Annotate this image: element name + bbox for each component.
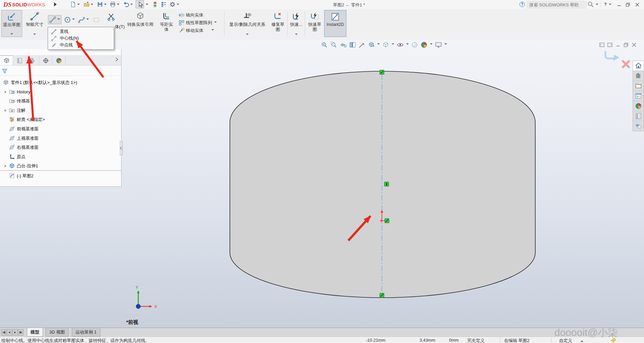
taskpane-appearances-tab[interactable] [633, 101, 644, 111]
tree-item-boss-extrude[interactable]: 凸台-拉伸1 [0, 161, 121, 170]
view-orientation-caret-icon[interactable] [377, 43, 380, 46]
open-file-icon[interactable] [83, 1, 90, 8]
line-tool-caret-icon[interactable] [57, 18, 60, 21]
expand-arrow-icon[interactable] [5, 91, 8, 93]
taskpane-resources-tab[interactable] [633, 71, 644, 81]
hide-show-caret-icon[interactable] [406, 43, 409, 46]
tree-item-annotations[interactable]: 注解 [0, 106, 121, 115]
cancel-sketch-corner-icon[interactable] [622, 60, 630, 69]
help-caret-icon[interactable] [609, 4, 611, 6]
spline-tool-button[interactable] [78, 15, 91, 24]
panel-expand-chevron-icon[interactable] [115, 57, 118, 62]
displaymanager-tab[interactable] [52, 56, 65, 65]
offset-entities-button[interactable]: 等距实体 [157, 10, 176, 37]
section-view-icon[interactable] [349, 41, 356, 48]
tab-scroll-prev-button[interactable] [7, 329, 12, 336]
move-entities-caret-icon[interactable] [211, 29, 214, 32]
undo-icon[interactable] [123, 1, 130, 8]
tree-item-history[interactable]: History [0, 87, 121, 96]
previous-view-icon[interactable] [340, 41, 347, 48]
zoom-fit-icon[interactable] [321, 41, 328, 48]
configurationmanager-tab[interactable] [26, 56, 39, 65]
pane-left-icon[interactable] [599, 43, 604, 47]
taskpane-home-tab[interactable] [633, 61, 644, 71]
view-settings-caret-icon[interactable] [444, 43, 447, 46]
search-caret-icon[interactable] [596, 4, 598, 6]
select-caret-icon[interactable] [146, 4, 148, 6]
pane-right-icon[interactable] [607, 43, 612, 47]
menu-item-centerline[interactable]: 中心线(N) [48, 35, 114, 42]
display-delete-relations-caret-icon[interactable] [246, 34, 249, 36]
menu-item-midpoint-line[interactable]: 中点线 [48, 42, 114, 48]
linear-pattern-caret-icon[interactable] [214, 22, 217, 24]
mirror-entities-button[interactable]: 镜向实体 [179, 12, 223, 18]
tab-scroll-first-button[interactable] [1, 329, 6, 336]
featuremanager-tab[interactable] [0, 55, 13, 65]
print-icon[interactable] [109, 1, 116, 8]
select-tool-button[interactable] [136, 0, 144, 8]
print-caret-icon[interactable] [117, 4, 119, 6]
new-file-icon[interactable] [70, 1, 77, 8]
tree-item-origin[interactable]: 原点 [0, 152, 121, 161]
tab-scroll-last-button[interactable] [18, 329, 23, 336]
model-tab[interactable]: 模型 [27, 328, 43, 337]
smart-dimension-caret-icon[interactable] [33, 34, 36, 36]
tree-item-top-plane[interactable]: 上视基准面 [0, 134, 121, 143]
display-style-icon[interactable] [382, 41, 389, 48]
display-delete-relations-button[interactable]: 显示/删除几何关系 [226, 10, 268, 37]
save-icon[interactable] [97, 1, 103, 8]
apply-scene-caret-icon[interactable] [430, 43, 433, 46]
exit-sketch-corner-icon[interactable] [604, 50, 622, 65]
taskpane-forum-tab[interactable] [633, 121, 644, 131]
3d-views-tab[interactable]: 3D 视图 [46, 328, 68, 337]
trim-entities-icon[interactable] [107, 12, 115, 21]
menu-flyout-icon[interactable] [54, 2, 59, 6]
taskpane-view-palette-tab[interactable] [633, 91, 644, 101]
restore-icon[interactable] [626, 3, 630, 7]
search-icon[interactable] [587, 1, 594, 8]
tree-item-material[interactable]: 材质 <未指定> [0, 115, 121, 124]
zoom-area-icon[interactable] [330, 41, 337, 48]
smart-dimension-button[interactable]: 智能尺寸 [24, 10, 45, 37]
trim-entities-label[interactable]: 体(T) [115, 24, 125, 30]
exit-sketch-caret-icon[interactable] [10, 33, 13, 36]
save-caret-icon[interactable] [104, 4, 107, 6]
doc-minimize-icon[interactable] [615, 43, 621, 47]
taskpane-custom-properties-tab[interactable] [633, 111, 644, 121]
new-file-caret-icon[interactable] [77, 4, 80, 6]
expand-arrow-icon[interactable] [5, 109, 8, 112]
linear-sketch-pattern-button[interactable]: 线性草图阵列 [179, 19, 223, 26]
options-list-icon[interactable] [160, 1, 167, 8]
taskpane-file-explorer-tab[interactable] [633, 81, 644, 91]
exit-sketch-button[interactable]: 退出草图 [1, 10, 22, 37]
rebuild-traffic-light-icon[interactable] [152, 1, 158, 8]
minimize-icon[interactable] [617, 3, 622, 7]
edit-appearance-icon[interactable] [411, 41, 418, 48]
help-menu-label[interactable]: ? [604, 2, 607, 7]
rapid-caret-icon[interactable] [295, 34, 298, 36]
rapid-sketch-button[interactable]: 快速草图 [306, 10, 324, 37]
move-entities-button[interactable]: 移动实体 [179, 27, 223, 34]
propertymanager-tab[interactable] [13, 56, 26, 65]
motion-study-tab[interactable]: 运动算例 1 [72, 328, 100, 337]
rapid-button[interactable]: 快速... [289, 10, 304, 37]
tree-item-right-plane[interactable]: 右视基准面 [0, 143, 121, 152]
repair-sketch-button[interactable]: 修复草图 [269, 10, 287, 37]
dimxpert-tab[interactable] [39, 56, 52, 65]
circle-tool-caret-icon[interactable] [72, 18, 75, 21]
tab-scroll-next-button[interactable] [12, 329, 18, 336]
expand-arrow-icon[interactable] [5, 165, 8, 167]
doc-restore-icon[interactable] [624, 43, 629, 47]
doc-close-icon[interactable] [632, 43, 637, 47]
hide-show-items-icon[interactable] [397, 41, 404, 48]
circle-tool-button[interactable] [64, 15, 77, 24]
display-style-caret-icon[interactable] [392, 43, 394, 46]
spline-tool-caret-icon[interactable] [86, 18, 89, 21]
tree-filter-row[interactable] [0, 67, 121, 76]
tree-item-sketch2[interactable]: (-) 草图2 [0, 171, 121, 180]
close-icon[interactable] [635, 3, 640, 7]
search-input[interactable] [527, 1, 586, 8]
settings-caret-icon[interactable] [177, 4, 179, 6]
tree-item-front-plane[interactable]: 前视基准面 [0, 124, 121, 133]
view-settings-icon[interactable] [435, 41, 442, 48]
